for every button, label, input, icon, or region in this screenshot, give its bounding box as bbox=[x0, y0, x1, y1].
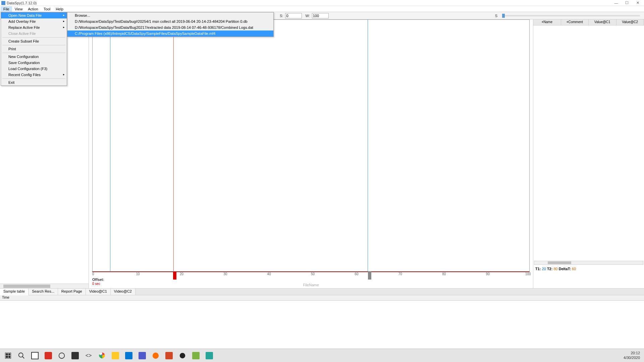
minimize-button[interactable]: — bbox=[614, 1, 619, 5]
menu-help[interactable]: Help bbox=[53, 6, 66, 12]
submenu-recent-file-3[interactable]: C:/Program Files (x86)/IntrepidCS/DataSp… bbox=[67, 31, 273, 37]
graph-area: Graph 10 0 10 20 30 40 50 60 70 80 90 10… bbox=[89, 19, 533, 288]
cursor-line-1[interactable] bbox=[110, 20, 110, 271]
col-value-c2[interactable]: Value@C2 bbox=[616, 19, 644, 25]
taskbar-app-teal[interactable] bbox=[204, 350, 215, 361]
task-view-icon[interactable] bbox=[30, 350, 40, 361]
timeline-marker-gray[interactable] bbox=[368, 272, 371, 280]
chrome-icon[interactable] bbox=[97, 350, 107, 361]
taskbar-app-code[interactable]: <> bbox=[83, 350, 94, 361]
offset-value: 0 sec bbox=[92, 282, 100, 286]
menu-separator bbox=[2, 45, 65, 45]
s-label: S: bbox=[280, 14, 283, 18]
taskbar-app-dark[interactable] bbox=[70, 350, 80, 361]
mail-icon[interactable] bbox=[123, 350, 134, 361]
submenu-browse[interactable]: Browse... bbox=[67, 12, 273, 18]
col-name[interactable]: +Name bbox=[533, 19, 561, 25]
windows-taskbar: <> 20:12 4/30/2020 bbox=[0, 349, 644, 362]
submenu-recent-file-2[interactable]: D:/Workspace/DataSpy/TestData/Bug20217/e… bbox=[67, 24, 273, 31]
menu-tool[interactable]: Tool bbox=[41, 6, 53, 12]
menu-separator bbox=[2, 37, 65, 38]
submenu-arrow-icon: ▸ bbox=[63, 13, 65, 17]
menu-action[interactable]: Action bbox=[25, 6, 41, 12]
system-clock[interactable]: 20:12 4/30/2020 bbox=[624, 351, 643, 360]
timeline[interactable]: 0 10 20 30 40 50 60 70 80 90 100 bbox=[92, 272, 530, 278]
recent-files-submenu: Browse... D:/Workspace/DataSpy/TestData/… bbox=[67, 12, 274, 37]
maximize-button[interactable]: ☐ bbox=[625, 1, 629, 5]
taskbar-app-circle[interactable] bbox=[56, 350, 67, 361]
scrollbar-thumb[interactable] bbox=[3, 285, 50, 288]
right-panel-scrollbar[interactable] bbox=[534, 261, 643, 265]
left-panel-scrollbar[interactable] bbox=[0, 284, 89, 288]
menu-open-new-data-file[interactable]: Open New Data File ▸ bbox=[1, 12, 67, 18]
cursor-line-3[interactable] bbox=[368, 20, 368, 271]
col-value-c1[interactable]: Value@C1 bbox=[589, 19, 616, 25]
taskbar-app-orange[interactable] bbox=[150, 350, 161, 361]
tab-report-page[interactable]: Report Page bbox=[58, 289, 86, 295]
bottom-panel: Sample table Search Res... Report Page V… bbox=[0, 288, 644, 349]
filename-label: FileName bbox=[303, 283, 319, 287]
tab-video-c1[interactable]: Video@C1 bbox=[86, 289, 111, 295]
svg-point-5 bbox=[153, 352, 159, 358]
tab-sample-table[interactable]: Sample table bbox=[0, 289, 29, 295]
menu-load-configuration[interactable]: Load Configuration (F3) bbox=[1, 66, 67, 72]
submenu-arrow-icon: ▸ bbox=[63, 25, 65, 29]
cursor-line-2[interactable] bbox=[173, 20, 174, 271]
title-bar: DataSpy(1.7.12.0) — ☐ ✕ bbox=[0, 0, 644, 6]
menu-add-overlay-file[interactable]: Add Overlay File ▸ bbox=[1, 18, 67, 24]
submenu-recent-file-1[interactable]: D:/Workspace/DataSpy/TestData/bug#20254/… bbox=[67, 18, 273, 24]
menu-exit[interactable]: Exit bbox=[1, 79, 67, 85]
submenu-arrow-icon: ▸ bbox=[63, 73, 65, 76]
w-input[interactable] bbox=[312, 13, 329, 18]
offset-label: Offset: bbox=[92, 278, 104, 282]
file-explorer-icon[interactable] bbox=[110, 350, 121, 361]
search-icon[interactable] bbox=[16, 350, 27, 361]
menu-file[interactable]: File bbox=[1, 6, 12, 12]
menu-view[interactable]: View bbox=[12, 6, 25, 12]
close-button[interactable]: ✕ bbox=[635, 1, 640, 5]
tab-search-results[interactable]: Search Res... bbox=[29, 289, 58, 295]
app-icon bbox=[1, 1, 5, 5]
submenu-arrow-icon: ▸ bbox=[63, 19, 65, 23]
menu-new-configuration[interactable]: New Configuration bbox=[1, 54, 67, 60]
svg-point-2 bbox=[59, 353, 65, 358]
window-title: DataSpy(1.7.12.0) bbox=[7, 1, 614, 5]
menu-separator bbox=[2, 53, 65, 53]
svg-line-1 bbox=[22, 356, 24, 358]
file-menu-dropdown: Open New Data File ▸ Add Overlay File ▸ … bbox=[1, 12, 67, 86]
slider-thumb[interactable] bbox=[502, 14, 505, 18]
bottom-table-header: Time bbox=[0, 295, 644, 301]
powerpoint-icon[interactable] bbox=[164, 350, 174, 361]
clock-time: 20:12 bbox=[624, 351, 640, 355]
tab-video-c2[interactable]: Video@C2 bbox=[111, 289, 136, 295]
menu-bar: File View Action Tool Help bbox=[0, 6, 644, 12]
zoom-slider[interactable] bbox=[502, 15, 640, 16]
start-button[interactable] bbox=[3, 350, 13, 361]
s-input[interactable] bbox=[285, 13, 302, 18]
menu-create-subset-file[interactable]: Create Subset File bbox=[1, 38, 67, 44]
col-comment[interactable]: +Comment bbox=[561, 19, 589, 25]
menu-print[interactable]: Print bbox=[1, 46, 67, 52]
scrollbar-thumb[interactable] bbox=[548, 261, 571, 264]
taskbar-app-black-circle[interactable] bbox=[177, 350, 188, 361]
svg-point-6 bbox=[180, 353, 185, 358]
window-controls: — ☐ ✕ bbox=[614, 1, 640, 5]
taskbar-app-green[interactable] bbox=[191, 350, 201, 361]
w-label: W: bbox=[305, 14, 310, 18]
cursor-info: T1: 20 T2: 80 DeltaT: 60 bbox=[533, 265, 644, 272]
menu-recent-config-files[interactable]: Recent Config Files ▸ bbox=[1, 72, 67, 78]
clock-date: 4/30/2020 bbox=[624, 356, 640, 360]
bottom-tabs: Sample table Search Res... Report Page V… bbox=[0, 289, 644, 295]
taskbar-app-red[interactable] bbox=[43, 350, 54, 361]
graph-canvas[interactable] bbox=[92, 19, 530, 272]
menu-save-configuration[interactable]: Save Configuration bbox=[1, 60, 67, 66]
slider-s-label: S bbox=[495, 14, 497, 18]
menu-close-active-file: Close Active File bbox=[1, 31, 67, 37]
offset-row: Offset: 0 sec bbox=[92, 278, 104, 286]
main-area: Graph 10 0 10 20 30 40 50 60 70 80 90 10… bbox=[0, 19, 644, 288]
menu-separator bbox=[2, 78, 65, 79]
right-panel: +Name +Comment Value@C1 Value@C2 T1: 20 … bbox=[533, 19, 644, 288]
menu-replace-active-file[interactable]: Replace Active File ▸ bbox=[1, 24, 67, 31]
timeline-marker-red[interactable] bbox=[173, 272, 176, 280]
teams-icon[interactable] bbox=[137, 350, 148, 361]
